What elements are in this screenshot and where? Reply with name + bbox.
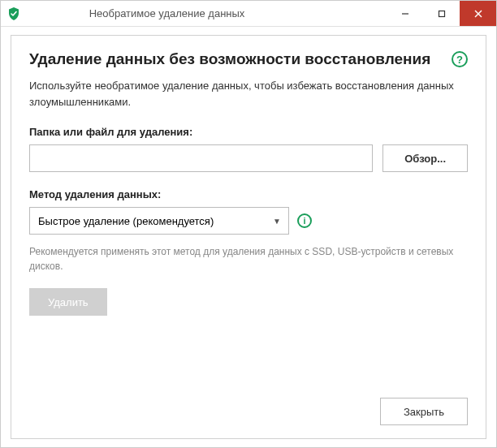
close-window-button[interactable] [460,1,496,26]
close-button[interactable]: Закрыть [380,398,468,425]
intro-text: Используйте необратимое удаление данных,… [29,78,468,110]
main-panel: Удаление данных без возможности восстано… [11,35,486,439]
method-select-wrap: Быстрое удаление (рекомендуется) ▼ [29,207,289,235]
content-area: Удаление данных без возможности восстано… [1,27,496,447]
method-row: Быстрое удаление (рекомендуется) ▼ i [29,207,468,235]
window-title: Необратимое удаление данных [0,7,387,19]
panel-footer: Закрыть [29,388,468,425]
help-icon[interactable]: ? [452,51,468,67]
maximize-button[interactable] [423,1,460,26]
path-input[interactable] [29,144,373,172]
svg-rect-1 [439,11,444,16]
method-label: Метод удаления данных: [29,188,468,200]
method-select[interactable]: Быстрое удаление (рекомендуется) [29,207,289,235]
page-title: Удаление данных без возможности восстано… [29,50,430,68]
browse-button[interactable]: Обзор... [382,144,468,172]
minimize-button[interactable] [387,1,423,26]
info-icon[interactable]: i [297,213,312,228]
delete-button[interactable]: Удалить [29,288,107,316]
path-row: Обзор... [29,144,468,172]
app-window: Необратимое удаление данных Удаление дан… [0,0,497,448]
window-controls [387,1,496,26]
method-hint: Рекомендуется применять этот метод для у… [29,244,468,274]
titlebar: Необратимое удаление данных [1,1,496,27]
path-label: Папка или файл для удаления: [29,126,468,138]
heading-row: Удаление данных без возможности восстано… [29,50,468,68]
